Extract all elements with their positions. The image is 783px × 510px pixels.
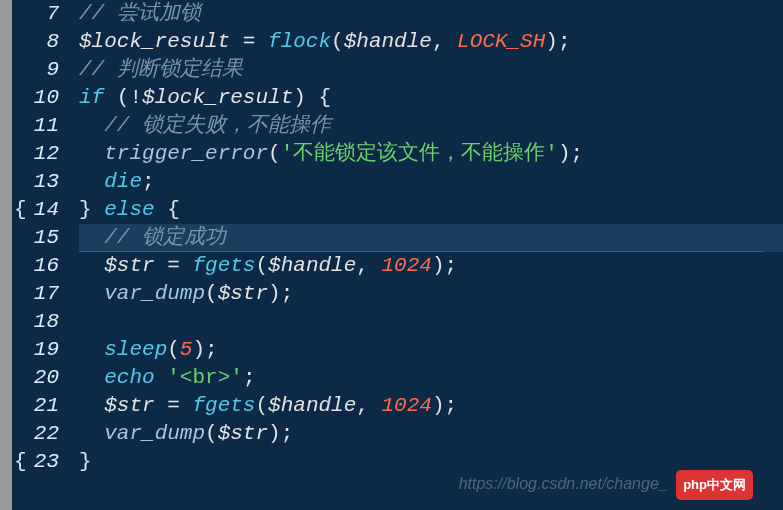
indent [79, 338, 104, 361]
token-punct: ( [255, 254, 268, 277]
token-comment: // 判断锁定结果 [79, 58, 243, 81]
token-punct [92, 198, 105, 221]
token-punct [155, 198, 168, 221]
line-number: 12 [12, 140, 59, 168]
token-funcname: trigger_error [104, 142, 268, 165]
token-punct: ); [268, 422, 293, 445]
line-number: 13 [12, 168, 59, 196]
line-number: 11 [12, 112, 59, 140]
token-punct: = [230, 30, 268, 53]
token-keyword: die [104, 170, 142, 193]
watermark: https://blog.csdn.net/change_ php中文网 [459, 470, 753, 500]
indent [79, 114, 104, 137]
line-number: 19 [12, 336, 59, 364]
code-line[interactable]: if (!$lock_result) { [79, 84, 783, 112]
token-punct [155, 366, 168, 389]
watermark-logo: php中文网 [676, 470, 753, 500]
code-line[interactable]: var_dump($str); [79, 280, 783, 308]
code-line[interactable]: die; [79, 168, 783, 196]
token-brace: { [167, 198, 180, 221]
token-punct: ); [432, 394, 457, 417]
line-number: 10 [12, 84, 59, 112]
token-punct: ( [255, 394, 268, 417]
token-number: 1024 [382, 394, 432, 417]
token-keyword: if [79, 86, 104, 109]
token-punct: ( [331, 30, 344, 53]
token-punct: ( [268, 142, 281, 165]
watermark-url: https://blog.csdn.net/change_ [459, 475, 668, 492]
token-comment: // 尝试加锁 [79, 2, 201, 25]
code-line[interactable]: // 锁定失败，不能操作 [79, 112, 783, 140]
gutter-fold-brace[interactable]: { [14, 448, 27, 476]
token-punct: ) [293, 86, 318, 109]
code-editor: 7891011121314{151617181920212223{ // 尝试加… [0, 0, 783, 510]
token-func: sleep [104, 338, 167, 361]
token-punct: ; [243, 366, 256, 389]
token-punct: ); [192, 338, 217, 361]
token-punct: ( [205, 282, 218, 305]
token-brace: { [318, 86, 331, 109]
code-line[interactable]: trigger_error('不能锁定该文件，不能操作'); [79, 140, 783, 168]
token-punct: = [155, 394, 193, 417]
code-line[interactable]: var_dump($str); [79, 420, 783, 448]
token-punct: ); [545, 30, 570, 53]
code-line[interactable]: $str = fgets($handle, 1024); [79, 392, 783, 420]
line-number: 9 [12, 56, 59, 84]
token-var: $handle [268, 254, 356, 277]
indent [79, 422, 104, 445]
token-comment: // 锁定失败，不能操作 [104, 114, 331, 137]
code-line[interactable] [79, 308, 783, 336]
line-number: 7 [12, 0, 59, 28]
token-punct: ); [558, 142, 583, 165]
token-number: 1024 [382, 254, 432, 277]
token-funcname: var_dump [104, 422, 205, 445]
token-punct: ( [167, 338, 180, 361]
token-func: fgets [192, 254, 255, 277]
line-number-gutter: 7891011121314{151617181920212223{ [12, 0, 67, 510]
token-comment: // 锁定成功 [104, 226, 226, 249]
indent [79, 142, 104, 165]
token-var: $str [104, 394, 154, 417]
token-punct: , [356, 394, 381, 417]
code-line[interactable]: echo '<br>'; [79, 364, 783, 392]
code-line[interactable]: $lock_result = flock($handle, LOCK_SH); [79, 28, 783, 56]
line-number: 20 [12, 364, 59, 392]
token-var: $str [104, 254, 154, 277]
code-line[interactable]: } else { [79, 196, 783, 224]
token-keyword: echo [104, 366, 154, 389]
line-number: 14{ [12, 196, 59, 224]
token-punct: ( [205, 422, 218, 445]
line-number: 23{ [12, 448, 59, 476]
indent [79, 310, 104, 333]
token-funcname: var_dump [104, 282, 205, 305]
token-punct: ); [432, 254, 457, 277]
token-number: 5 [180, 338, 193, 361]
token-var: $handle [268, 394, 356, 417]
token-string: '不能锁定该文件，不能操作' [281, 142, 558, 165]
line-number: 17 [12, 280, 59, 308]
token-var: $lock_result [142, 86, 293, 109]
token-var: $lock_result [79, 30, 230, 53]
indent [79, 394, 104, 417]
token-punct: (! [104, 86, 142, 109]
token-punct: , [356, 254, 381, 277]
token-punct: ; [142, 170, 155, 193]
token-string: '<br>' [167, 366, 243, 389]
token-var: $handle [344, 30, 432, 53]
line-number: 8 [12, 28, 59, 56]
indent [79, 366, 104, 389]
token-brace: } [79, 198, 92, 221]
code-area[interactable]: // 尝试加锁$lock_result = flock($handle, LOC… [67, 0, 783, 510]
gutter-fold-brace[interactable]: { [14, 196, 27, 224]
code-line[interactable]: // 判断锁定结果 [79, 56, 783, 84]
code-line[interactable]: // 锁定成功 [79, 224, 783, 252]
line-number: 15 [12, 224, 59, 252]
token-punct: ); [268, 282, 293, 305]
code-line[interactable]: // 尝试加锁 [79, 0, 783, 28]
line-number: 21 [12, 392, 59, 420]
token-func: fgets [192, 394, 255, 417]
token-var: $str [218, 422, 268, 445]
code-line[interactable]: $str = fgets($handle, 1024); [79, 252, 783, 280]
code-line[interactable]: sleep(5); [79, 336, 783, 364]
indent [79, 282, 104, 305]
